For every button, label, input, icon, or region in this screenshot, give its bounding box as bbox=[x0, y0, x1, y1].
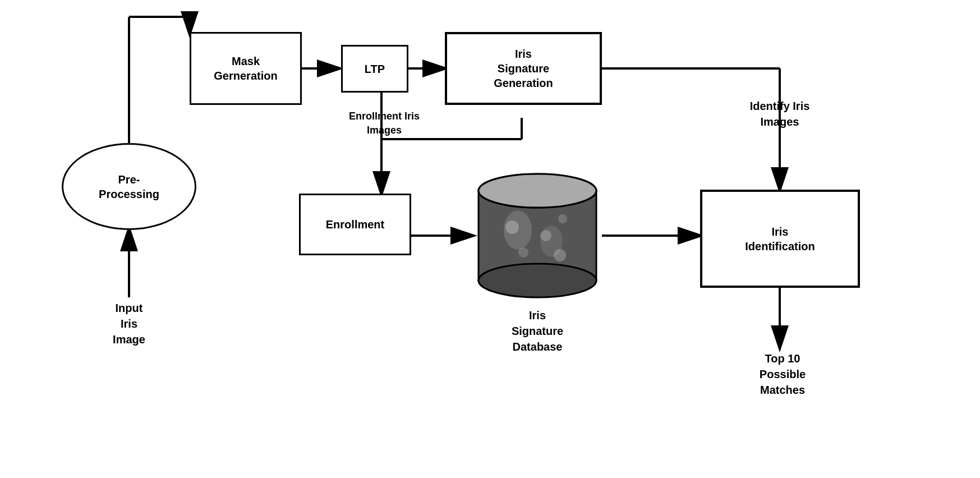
enrollment-iris-images-label: Enrollment IrisImages bbox=[331, 109, 438, 137]
iris-signature-database-label: IrisSignatureDatabase bbox=[473, 307, 602, 355]
svg-point-27 bbox=[554, 249, 566, 261]
iris-identification-box: IrisIdentification bbox=[700, 190, 860, 288]
svg-point-23 bbox=[505, 220, 519, 234]
iris-identification-label: IrisIdentification bbox=[745, 224, 815, 254]
ltp-box: LTP bbox=[341, 45, 408, 93]
svg-point-25 bbox=[558, 214, 567, 223]
svg-point-24 bbox=[540, 230, 551, 241]
identify-iris-images-label: Identify IrisImages bbox=[718, 98, 841, 130]
mask-generation-label: MaskGerneration bbox=[214, 54, 277, 83]
top-10-possible-matches-label: Top 10PossibleMatches bbox=[726, 351, 839, 398]
iris-signature-generation-label: IrisSignatureGeneration bbox=[494, 47, 553, 90]
enrollment-box: Enrollment bbox=[299, 194, 411, 255]
ltp-label: LTP bbox=[365, 62, 385, 76]
pre-processing-oval: Pre-Processing bbox=[62, 143, 196, 230]
pre-processing-label: Pre-Processing bbox=[99, 172, 159, 201]
input-iris-image-label: InputIrisImage bbox=[87, 300, 171, 347]
enrollment-label: Enrollment bbox=[326, 217, 384, 232]
database-icon bbox=[473, 168, 602, 303]
iris-signature-database-container bbox=[473, 168, 602, 303]
svg-point-26 bbox=[518, 247, 528, 258]
diagram-container: Pre-Processing MaskGerneration LTP IrisS… bbox=[0, 0, 980, 478]
mask-generation-box: MaskGerneration bbox=[190, 32, 302, 105]
iris-signature-generation-box: IrisSignatureGeneration bbox=[445, 32, 602, 105]
svg-point-22 bbox=[479, 174, 596, 208]
svg-point-19 bbox=[479, 264, 596, 297]
